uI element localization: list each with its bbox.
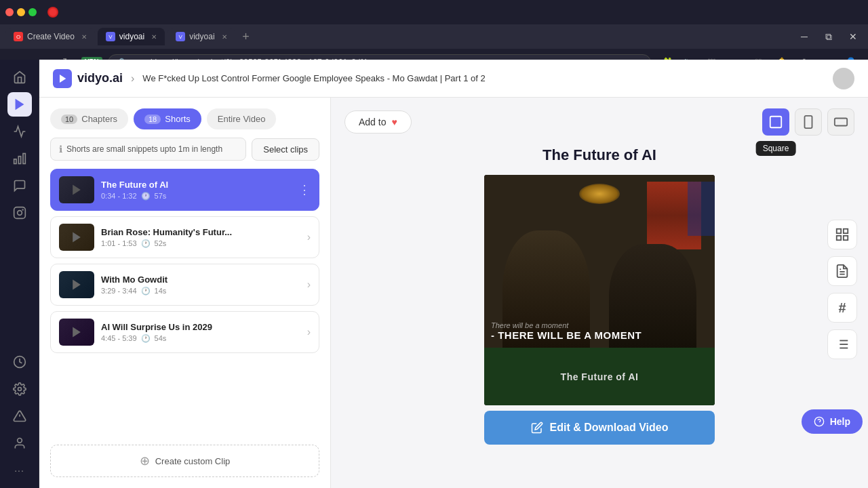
clip-item-2[interactable]: With Mo Gowdit 3:29 - 3:44 🕐 14s ›: [50, 264, 319, 306]
list-tool-button[interactable]: [827, 329, 857, 359]
clip-timerange-2: 3:29 - 3:44: [101, 287, 137, 295]
edit-icon: [531, 422, 543, 434]
clip-arrow-2[interactable]: ›: [307, 279, 311, 291]
shorts-badge: 18: [144, 115, 161, 124]
tab-vidyo1-favicon: V: [106, 32, 115, 41]
view-controls: Square: [762, 108, 854, 136]
content-area: 10 Chapters 18 Shorts Entire Video ℹ Sho…: [39, 98, 868, 488]
clip-meta-1: 1:01 - 1:53 🕐 52s: [101, 239, 300, 248]
sidebar-more-icon[interactable]: ···: [7, 458, 32, 483]
portrait-view-button[interactable]: [795, 108, 822, 136]
svg-point-11: [17, 439, 22, 443]
maximize-btn[interactable]: [28, 8, 37, 16]
breadcrumb-title: We F*cked Up Lost Control Former Google …: [142, 73, 485, 83]
clip-title-1: Brian Rose: Humanity's Futur...: [101, 227, 300, 237]
clip-more-0[interactable]: ⋮: [298, 182, 311, 197]
tab-create-video-close[interactable]: ✕: [81, 33, 87, 41]
sidebar-logo-icon[interactable]: [7, 92, 32, 117]
clip-title-2: With Mo Gowdit: [101, 274, 300, 285]
left-panel: 10 Chapters 18 Shorts Entire Video ℹ Sho…: [39, 98, 331, 488]
help-button[interactable]: Help: [802, 409, 863, 434]
svg-point-8: [18, 388, 21, 391]
minimize-btn[interactable]: [17, 8, 25, 16]
video-title: The Future of AI: [542, 146, 656, 164]
add-to-button[interactable]: Add to ♥: [344, 110, 412, 134]
help-circle-icon: [814, 416, 825, 427]
tab-vidyoai-1-close[interactable]: ✕: [151, 33, 157, 41]
clips-list: The Future of AI 0:34 - 1:32 🕐 57s ⋮: [50, 169, 319, 434]
tab-chapters[interactable]: 10 Chapters: [50, 108, 128, 129]
clock-icon-3: 🕐: [141, 334, 151, 343]
video-section: The Future of AI: [331, 146, 868, 488]
svg-point-6: [22, 209, 23, 210]
svg-rect-23: [837, 236, 841, 240]
info-icon: ℹ: [59, 144, 62, 155]
svg-rect-17: [770, 117, 782, 128]
logo-area: vidyo.ai: [53, 69, 123, 88]
tab-create-video[interactable]: O Create Video ✕: [5, 28, 95, 45]
info-text: Shorts are small snippets upto 1m in len…: [66, 144, 222, 154]
clock-icon-1: 🕐: [141, 239, 151, 248]
create-custom-clip-button[interactable]: ⊕ Create custom Clip: [50, 445, 319, 477]
help-button-wrapper: Help: [802, 409, 863, 434]
layout-tool-button[interactable]: [827, 220, 857, 249]
clip-item-0[interactable]: The Future of AI 0:34 - 1:32 🕐 57s ⋮: [50, 169, 319, 211]
browser-close-icon[interactable]: ✕: [844, 27, 863, 46]
tab-vidyoai-2-close[interactable]: ✕: [222, 33, 227, 41]
landscape-view-button[interactable]: [827, 108, 854, 136]
video-lower-bar: The Future of AI: [484, 348, 715, 405]
clip-timerange-0: 0:34 - 1:32: [101, 192, 137, 200]
clip-item-3[interactable]: AI Will Surprise Us in 2029 4:45 - 5:39 …: [50, 311, 319, 353]
sidebar-user-icon[interactable]: [7, 431, 32, 455]
opera-favicon: [47, 7, 58, 18]
sidebar-instagram-icon[interactable]: [7, 201, 32, 225]
user-avatar[interactable]: [833, 68, 854, 89]
sidebar-clock-icon[interactable]: [7, 350, 32, 374]
sidebar-home-icon[interactable]: [7, 65, 32, 89]
close-btn[interactable]: [5, 8, 14, 16]
select-clips-button[interactable]: Select clips: [252, 138, 319, 161]
browser-restore-icon[interactable]: ⧉: [819, 27, 838, 46]
browser-minimize-icon[interactable]: ─: [795, 27, 814, 46]
app-header: vidyo.ai › We F*cked Up Lost Control For…: [39, 60, 868, 98]
tab-vidyoai-2[interactable]: V vidyoai ✕: [167, 28, 235, 45]
square-view-button[interactable]: [762, 108, 789, 136]
create-video-favicon: O: [14, 32, 23, 41]
svg-marker-13: [73, 185, 81, 195]
sidebar-chart-icon[interactable]: [7, 146, 32, 171]
document-tool-button[interactable]: [827, 256, 857, 286]
sidebar-chat-icon[interactable]: [7, 174, 32, 198]
edit-download-button[interactable]: Edit & Download Video: [484, 411, 715, 445]
heart-icon: ♥: [391, 117, 397, 127]
new-tab-button[interactable]: +: [238, 28, 254, 45]
info-message: ℹ Shorts are small snippets upto 1m in l…: [50, 138, 246, 161]
sidebar-settings-icon[interactable]: [7, 377, 32, 401]
help-label: Help: [830, 416, 850, 427]
shorts-label: Shorts: [165, 114, 191, 124]
svg-rect-21: [844, 229, 848, 233]
list-icon: [835, 337, 850, 352]
clip-item-1[interactable]: Brian Rose: Humanity's Futur... 1:01 - 1…: [50, 216, 319, 258]
clip-thumb-1: [59, 224, 94, 251]
clip-arrow-3[interactable]: ›: [307, 326, 311, 338]
clock-icon-2: 🕐: [141, 287, 151, 296]
tab-vidyo2-favicon: V: [176, 32, 185, 41]
hashtag-tool-button[interactable]: #: [827, 293, 857, 323]
entire-video-label: Entire Video: [218, 114, 266, 124]
svg-marker-16: [73, 327, 81, 338]
chandelier-decoration: [579, 184, 620, 204]
breadcrumb-separator: ›: [131, 73, 134, 85]
edit-download-label: Edit & Download Video: [550, 422, 669, 434]
tab-vidyoai-1[interactable]: V vidyoai ✕: [98, 28, 165, 45]
tab-create-video-label: Create Video: [27, 32, 75, 41]
tab-shorts[interactable]: 18 Shorts: [134, 108, 201, 129]
svg-rect-1: [23, 154, 25, 164]
sidebar-analytics-icon[interactable]: [7, 119, 32, 144]
video-lower-text: The Future of AI: [561, 371, 639, 382]
tab-entire-video[interactable]: Entire Video: [207, 108, 277, 129]
add-to-label: Add to: [359, 117, 386, 127]
clip-arrow-1[interactable]: ›: [307, 231, 311, 243]
clip-timerange-1: 1:01 - 1:53: [101, 239, 137, 247]
sidebar-alert-icon[interactable]: [7, 404, 32, 428]
clip-meta-2: 3:29 - 3:44 🕐 14s: [101, 287, 300, 296]
